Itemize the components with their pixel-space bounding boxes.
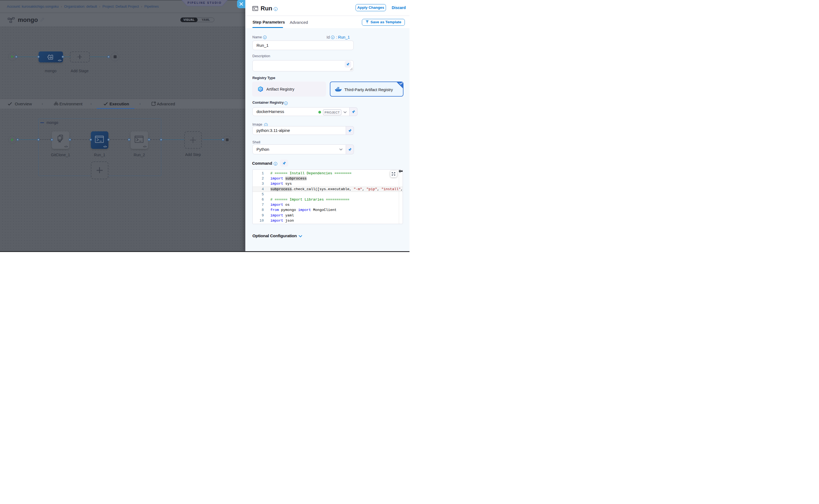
svg-text:PIPELINE STUDIO: PIPELINE STUDIO <box>187 1 222 4</box>
